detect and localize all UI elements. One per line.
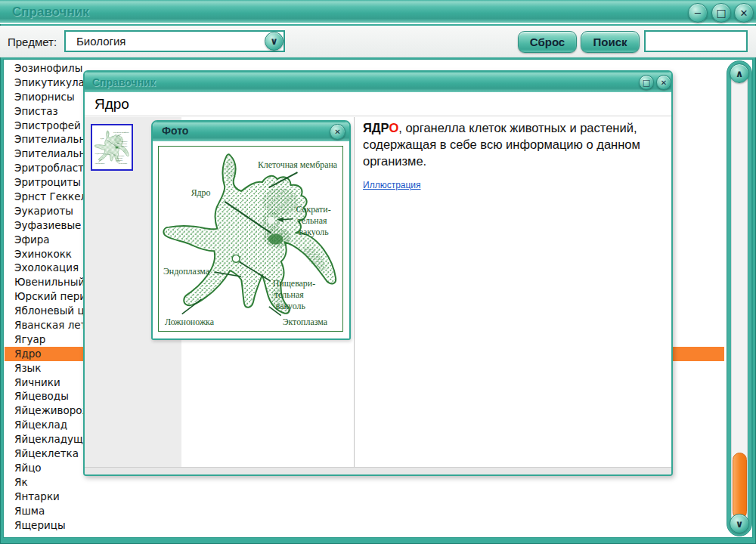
photo-body <box>153 141 349 338</box>
main-titlebar: Справочник ─ □ ✕ <box>0 0 756 24</box>
list-item[interactable]: Як <box>5 475 724 490</box>
close-button[interactable]: ✕ <box>734 3 754 23</box>
chevron-up-icon: ∧ <box>736 68 744 79</box>
search-input[interactable] <box>644 30 748 52</box>
article-paragraph: ЯДРО, органелла клеток животных и растен… <box>363 119 664 169</box>
article-window: Справочник □ ✕ Ядро ЯДРО, органелла клет… <box>83 70 673 476</box>
close-icon: ✕ <box>334 128 340 136</box>
scroll-down-button[interactable]: ∨ <box>730 514 749 533</box>
chevron-down-icon[interactable]: ∨ <box>265 32 284 51</box>
article-text-pane: ЯДРО, органелла клеток животных и растен… <box>363 119 664 191</box>
reset-button[interactable]: Сброс <box>518 31 577 53</box>
list-item[interactable]: Яшма <box>5 504 724 518</box>
term-bold-red: О <box>389 121 398 134</box>
pane-divider <box>354 117 355 467</box>
close-icon: ✕ <box>740 8 748 19</box>
subject-dropdown[interactable]: Биология ∨ <box>64 30 285 52</box>
search-button[interactable]: Поиск <box>581 31 640 53</box>
scrollbar-thumb[interactable] <box>733 453 747 519</box>
article-header: Ядро <box>85 94 671 116</box>
article-body-text: , органелла клеток животных и растений, … <box>363 121 640 168</box>
term-bold: ЯДР <box>363 121 389 134</box>
article-close-button[interactable]: ✕ <box>656 75 671 90</box>
amoeba-thumbnail-image <box>94 128 130 167</box>
minimize-icon: ─ <box>695 8 701 19</box>
illustration-link[interactable]: Иллюстрация <box>363 180 421 190</box>
list-item[interactable]: Ящерицы <box>5 518 724 533</box>
vertical-scrollbar[interactable]: ∧ ∨ <box>727 60 752 536</box>
article-bottom-strip <box>85 467 671 474</box>
scroll-up-button[interactable]: ∧ <box>730 63 749 83</box>
list-item[interactable]: Янтарки <box>5 490 724 504</box>
photo-window: Фото ✕ <box>151 120 351 340</box>
maximize-icon: □ <box>643 78 650 88</box>
chevron-down-icon: ∨ <box>736 518 744 530</box>
maximize-button[interactable]: □ <box>711 3 731 23</box>
amoeba-illustration <box>158 146 343 332</box>
photo-close-button[interactable]: ✕ <box>330 124 345 140</box>
close-icon: ✕ <box>661 79 667 87</box>
illustration-thumbnail[interactable] <box>91 124 133 171</box>
photo-window-title: Фото <box>162 125 188 137</box>
window-title: Справочник <box>12 5 89 20</box>
toolbar: Предмет: Биология ∨ Сброс Поиск <box>0 26 756 57</box>
photo-window-titlebar: Фото ✕ <box>153 122 349 141</box>
article-window-titlebar: Справочник □ ✕ <box>85 72 671 93</box>
subject-dropdown-value: Биология <box>76 35 125 48</box>
article-term-title: Ядро <box>94 96 129 113</box>
subject-label: Предмет: <box>8 36 57 48</box>
app-window: Справочник ─ □ ✕ Предмет: Биология ∨ Сбр… <box>0 0 756 544</box>
maximize-icon: □ <box>716 7 726 19</box>
minimize-button[interactable]: ─ <box>688 3 708 23</box>
article-window-title: Справочник <box>92 76 156 88</box>
article-maximize-button[interactable]: □ <box>639 75 654 90</box>
